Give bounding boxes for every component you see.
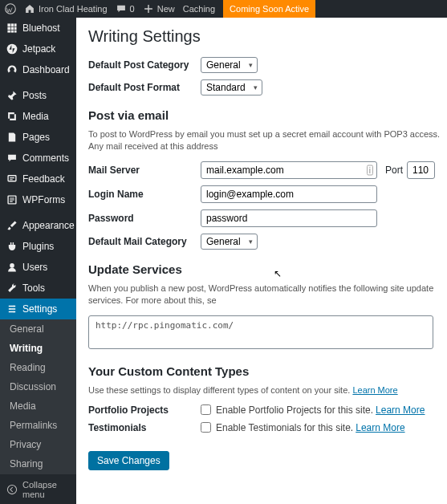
- update-services-textarea[interactable]: http://rpc.pingomatic.com/: [88, 315, 433, 349]
- sidebar-item-tools[interactable]: Tools: [0, 278, 76, 299]
- site-name: Iron Clad Heating: [39, 4, 108, 14]
- admin-topbar: Iron Clad Heating 0 New Caching Coming S…: [0, 0, 447, 18]
- testimonials-learn-more-link[interactable]: Learn More: [356, 422, 404, 433]
- sidebar-label: Comments: [22, 152, 69, 164]
- port-input[interactable]: [407, 161, 435, 179]
- submenu-sharing[interactable]: Sharing: [0, 454, 76, 474]
- portfolio-cbx-label: Enable Portfolio Projects for this site.: [216, 404, 373, 416]
- update-services-desc: When you publish a new post, WordPress a…: [88, 282, 447, 307]
- portfolio-checkbox[interactable]: [201, 404, 211, 415]
- settings-icon: [6, 303, 18, 315]
- sidebar-label: Settings: [22, 303, 57, 315]
- svg-point-15: [10, 308, 11, 310]
- default-format-select[interactable]: Standard: [201, 79, 262, 96]
- sidebar-item-pages[interactable]: Pages: [0, 127, 76, 148]
- collapse-label: Collapse menu: [22, 480, 70, 499]
- settings-submenu: General Writing Reading Discussion Media…: [0, 319, 76, 474]
- new-link[interactable]: New: [143, 3, 175, 14]
- sidebar-label: Plugins: [22, 241, 54, 252]
- sidebar-item-users[interactable]: Users: [0, 257, 76, 278]
- password-input[interactable]: [201, 209, 377, 227]
- password-label: Password: [88, 213, 201, 224]
- sidebar-label: Appearance: [22, 220, 75, 231]
- new-label: New: [157, 4, 175, 14]
- svg-rect-1: [7, 23, 10, 26]
- sidebar-item-media[interactable]: Media: [0, 106, 76, 127]
- sidebar-item-comments[interactable]: Comments: [0, 148, 76, 169]
- submenu-writing[interactable]: Writing: [0, 339, 76, 358]
- svg-point-10: [7, 44, 18, 55]
- mail-server-label: Mail Server: [88, 165, 201, 176]
- custom-types-desc: Use these settings to display different …: [88, 384, 447, 396]
- default-mail-category-select[interactable]: General: [201, 234, 258, 250]
- testimonials-label: Testimonials: [88, 422, 201, 433]
- sidebar-label: Posts: [22, 90, 47, 101]
- sidebar-label: Media: [22, 111, 49, 122]
- sidebar-label: Jetpack: [22, 43, 55, 55]
- sidebar-item-feedback[interactable]: Feedback: [0, 169, 76, 189]
- comments-count: 0: [130, 4, 135, 14]
- sidebar-item-settings[interactable]: Settings: [0, 299, 76, 319]
- port-label: Port: [385, 165, 403, 176]
- users-icon: [6, 262, 18, 273]
- testimonials-checkbox[interactable]: [201, 422, 211, 433]
- plus-icon: [143, 3, 154, 14]
- svg-rect-5: [11, 27, 14, 30]
- home-icon: [24, 3, 35, 14]
- svg-rect-2: [11, 23, 14, 26]
- svg-point-14: [13, 305, 14, 307]
- mail-server-input[interactable]: [201, 161, 377, 179]
- default-mail-category-label: Default Mail Category: [88, 236, 201, 247]
- caching-link[interactable]: Caching: [183, 4, 215, 14]
- portfolio-learn-more-link[interactable]: Learn More: [376, 404, 425, 416]
- login-name-input[interactable]: [201, 185, 377, 203]
- sidebar-label: Users: [22, 262, 47, 273]
- collapse-menu[interactable]: Collapse menu: [0, 474, 76, 504]
- submenu-privacy[interactable]: Privacy: [0, 435, 76, 454]
- coming-soon-badge[interactable]: Coming Soon Active: [223, 0, 315, 18]
- dashboard-icon: [6, 64, 18, 75]
- svg-rect-8: [11, 30, 14, 33]
- submenu-general[interactable]: General: [0, 319, 76, 339]
- wordpress-icon: [5, 3, 16, 14]
- site-home-link[interactable]: Iron Clad Heating: [24, 3, 108, 14]
- svg-point-13: [10, 263, 14, 268]
- jetpack-icon: [6, 43, 18, 55]
- portfolio-label: Portfolio Projects: [88, 404, 201, 416]
- submenu-media[interactable]: Media: [0, 396, 76, 416]
- plugin-icon: [6, 241, 18, 252]
- sidebar-label: Tools: [22, 282, 45, 294]
- comment-icon: [116, 3, 127, 14]
- sidebar-label: Dashboard: [22, 64, 70, 75]
- submenu-permalinks[interactable]: Permalinks: [0, 416, 76, 435]
- default-category-select[interactable]: General: [201, 57, 258, 73]
- login-name-label: Login Name: [88, 189, 201, 200]
- wpforms-icon: [6, 194, 18, 205]
- sidebar-item-dashboard[interactable]: Dashboard: [0, 59, 76, 80]
- sidebar-item-wpforms[interactable]: WPForms: [0, 189, 76, 210]
- feedback-icon: [6, 173, 18, 185]
- pin-icon: [6, 90, 18, 101]
- default-format-label: Default Post Format: [88, 82, 201, 93]
- admin-sidebar: Bluehost Jetpack Dashboard Posts Media P…: [0, 18, 76, 504]
- svg-rect-11: [8, 176, 16, 181]
- sidebar-item-bluehost[interactable]: Bluehost: [0, 18, 76, 39]
- submenu-discussion[interactable]: Discussion: [0, 377, 76, 396]
- testimonials-cbx-label: Enable Testimonials for this site.: [216, 422, 353, 433]
- svg-rect-6: [14, 27, 17, 30]
- sidebar-item-posts[interactable]: Posts: [0, 85, 76, 106]
- submenu-reading[interactable]: Reading: [0, 358, 76, 377]
- brush-icon: [6, 220, 18, 231]
- post-via-email-heading: Post via email: [88, 108, 447, 122]
- comments-link[interactable]: 0: [116, 3, 135, 14]
- wp-logo[interactable]: [5, 3, 16, 14]
- input-hint-icon: i: [367, 165, 373, 175]
- sidebar-item-appearance[interactable]: Appearance: [0, 215, 76, 236]
- page-title: Writing Settings: [88, 27, 447, 46]
- save-changes-button[interactable]: Save Changes: [88, 451, 169, 470]
- sidebar-item-jetpack[interactable]: Jetpack: [0, 39, 76, 59]
- sidebar-item-plugins[interactable]: Plugins: [0, 236, 76, 257]
- update-services-heading: Update Services: [88, 262, 447, 276]
- learn-more-link[interactable]: Learn More: [352, 385, 397, 395]
- pages-icon: [6, 132, 18, 143]
